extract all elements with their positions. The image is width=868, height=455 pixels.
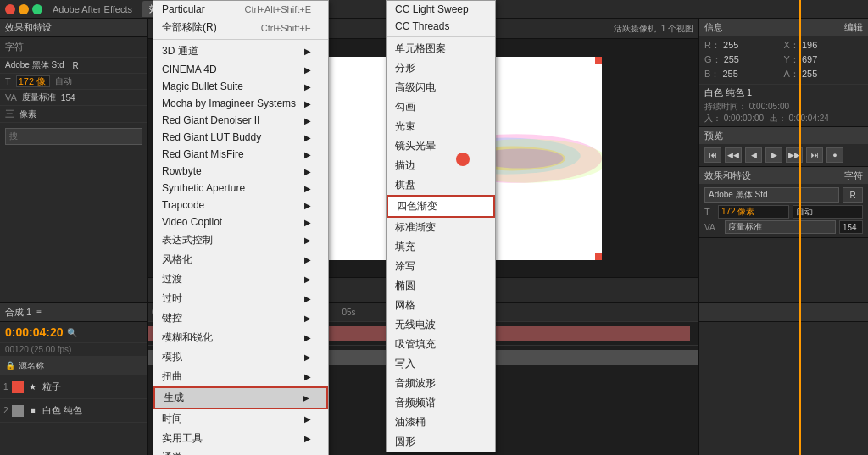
font-style-btn[interactable]: R — [843, 187, 863, 203]
video-copilot-label: Video Copilot — [162, 216, 222, 228]
menu-item-style[interactable]: 风格化 ▶ — [153, 250, 328, 269]
blur-arrow: ▶ — [304, 333, 311, 342]
tracking-label: VA — [5, 92, 17, 103]
duration-label: 持续时间： — [704, 102, 747, 111]
play-button[interactable]: ▶ — [765, 147, 782, 163]
menu-item-trapcode[interactable]: Trapcode ▶ — [153, 197, 328, 214]
cinema4d-arrow: ▶ — [304, 65, 311, 75]
g-value: 255 — [724, 54, 739, 64]
lut-arrow: ▶ — [304, 133, 311, 142]
play-last-button[interactable]: ⏭ — [806, 147, 823, 163]
search-placeholder: 搜 — [9, 130, 18, 142]
align-value: 像素 — [19, 108, 36, 120]
font-name-row: Adobe 黑体 Std R — [0, 58, 147, 74]
playhead[interactable] — [799, 0, 801, 455]
out-label: 出： — [770, 114, 787, 123]
x-info: X： 196 — [784, 39, 864, 52]
search-box[interactable]: 搜 — [5, 128, 142, 145]
font-size-field[interactable]: 172 像素 — [718, 205, 789, 219]
play-back-button[interactable]: ◀ — [745, 147, 762, 163]
3d-label: 3D 通道 — [162, 44, 198, 58]
menu-item-expression[interactable]: 表达式控制 ▶ — [153, 230, 328, 250]
generate-arrow: ▶ — [303, 393, 309, 402]
menu-item-particular[interactable]: Particular Ctrl+Alt+Shift+E — [153, 1, 328, 18]
left-panel: 效果和特设 字符 Adobe 黑体 Std R T 自动 VA 度量标准 154… — [0, 19, 148, 302]
particular-shortcut: Ctrl+Alt+Shift+E — [244, 4, 311, 14]
layer-info: 白色 纯色 1 持续时间： 0:00:05:00 入： 0:00:00:00 出… — [699, 84, 868, 126]
expression-label: 表达式控制 — [162, 233, 213, 247]
time-display[interactable]: 0:00:04:20 — [5, 325, 64, 339]
denoiser-label: Red Giant Denoiser II — [162, 114, 259, 126]
menu-item-rowbyte[interactable]: Rowbyte ▶ — [153, 163, 328, 180]
tracking-metric: 度量标准 — [22, 92, 56, 103]
menu-item-simulate[interactable]: 模拟 ▶ — [153, 347, 328, 367]
a-value: 255 — [802, 69, 817, 79]
layer-name-header: 源名称 — [19, 360, 44, 372]
effect-controls-header: 效果和特设 — [0, 19, 147, 37]
menu-item-mocha[interactable]: Mocha by Imagineer Systems ▶ — [153, 95, 328, 112]
tracking-num: 154 — [843, 223, 857, 232]
menu-item-transition[interactable]: 过渡 ▶ — [153, 269, 328, 289]
menu-item-misfire[interactable]: Red Giant MisFire ▶ — [153, 146, 328, 163]
lock-icon: 🔒 — [5, 361, 15, 370]
distort-arrow: ▶ — [304, 372, 311, 381]
menu-item-blur[interactable]: 模糊和锐化 ▶ — [153, 328, 328, 347]
font-auto-field[interactable]: 自动 — [793, 205, 864, 219]
tracking-number-field[interactable]: 154 — [839, 220, 863, 234]
menu-item-keying[interactable]: 键控 ▶ — [153, 308, 328, 328]
time-controls: 0:00:04:20 🔍 — [0, 322, 147, 343]
tracking-metric-text: 度量标准 — [728, 221, 762, 233]
synthetic-arrow: ▶ — [304, 184, 311, 193]
play-first-button[interactable]: ⏮ — [704, 147, 721, 163]
align-row: 三 像素 — [0, 106, 147, 123]
menu-item-denoiser[interactable]: Red Giant Denoiser II ▶ — [153, 112, 328, 129]
synthetic-label: Synthetic Aperture — [162, 182, 245, 194]
app-title: Adobe After Effects — [53, 4, 132, 14]
r-label: R： — [704, 40, 721, 50]
menu-item-utility[interactable]: 实用工具 ▶ — [153, 429, 328, 448]
font-style-value: R — [72, 61, 78, 70]
menu-item-video-copilot[interactable]: Video Copilot ▶ — [153, 214, 328, 230]
minimize-button[interactable] — [19, 4, 29, 14]
record-button[interactable]: ● — [826, 147, 843, 163]
play-prev-button[interactable]: ◀◀ — [725, 147, 742, 163]
layer-name: 白色 纯色 1 — [704, 86, 863, 99]
menu-item-distort[interactable]: 扭曲 ▶ — [153, 367, 328, 386]
in-label: 入： — [704, 114, 721, 123]
effects-section: 效果和特设 字符 Adobe 黑体 Std R T — [699, 167, 868, 238]
tracking-dropdown[interactable]: 度量标准 — [725, 220, 836, 234]
menu-item-generate[interactable]: 生成 ▶ — [153, 386, 328, 409]
search-time-icon[interactable]: 🔍 — [67, 328, 77, 337]
x-value: 196 — [802, 40, 817, 50]
transition-label: 过渡 — [162, 272, 182, 286]
menu-item-old[interactable]: 过时 ▶ — [153, 289, 328, 308]
font-name-text: Adobe 黑体 Std — [709, 189, 767, 201]
maximize-button[interactable] — [32, 4, 42, 14]
font-tab-title: 字符 — [844, 169, 863, 182]
menu-item-magic-bullet[interactable]: Magic Bullet Suite ▶ — [153, 78, 328, 95]
font-size-input[interactable] — [16, 75, 50, 87]
r-info: R： 255 — [704, 39, 784, 52]
simulate-arrow: ▶ — [304, 352, 311, 362]
menu-item-3d[interactable]: 3D 通道 ▶ — [153, 42, 328, 61]
menu-item-synthetic[interactable]: Synthetic Aperture ▶ — [153, 180, 328, 197]
layer-1-number: 1 — [3, 382, 8, 391]
time-label: 时间 — [162, 412, 182, 426]
keying-label: 键控 — [162, 311, 182, 325]
corner-tr — [595, 57, 602, 64]
menu-item-cinema4d[interactable]: CINEMA 4D ▶ — [153, 61, 328, 78]
blur-label: 模糊和锐化 — [162, 330, 213, 345]
close-button[interactable] — [5, 4, 15, 14]
channel-label: 通道 — [162, 451, 182, 455]
menu-item-remove-all[interactable]: 全部移除(R) Ctrl+Shift+E — [153, 18, 328, 37]
a-info: A： 255 — [784, 68, 864, 80]
ruler-05s: 05s — [342, 308, 356, 317]
main-context-menu[interactable]: Particular Ctrl+Alt+Shift+E 全部移除(R) Ctrl… — [153, 0, 329, 455]
a-label: A： — [784, 69, 799, 79]
font-section-header: 字符 — [0, 37, 147, 58]
menu-item-time[interactable]: 时间 ▶ — [153, 409, 328, 429]
menu-item-channel[interactable]: 通道 ▶ — [153, 448, 328, 455]
out-value: 0:00:04:24 — [789, 114, 829, 123]
menu-item-lut[interactable]: Red Giant LUT Buddy ▶ — [153, 129, 328, 146]
font-name-dropdown[interactable]: Adobe 黑体 Std — [704, 187, 839, 203]
